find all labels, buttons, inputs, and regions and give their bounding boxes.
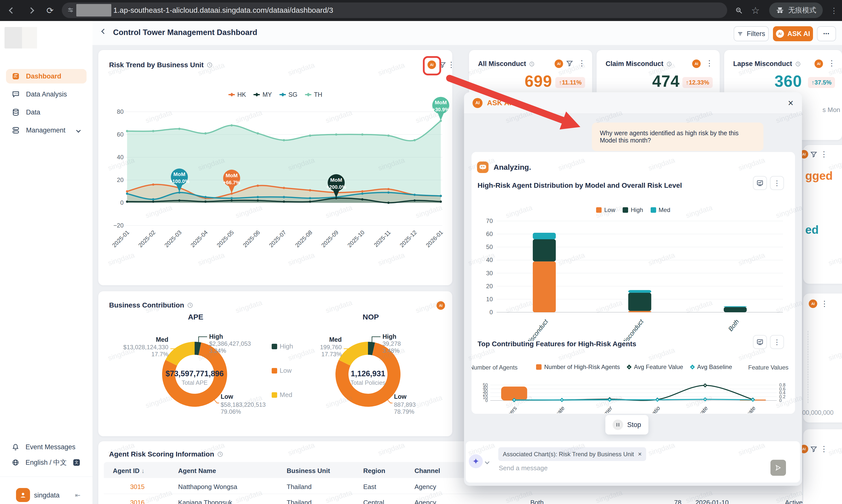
stop-button[interactable]: Stop [606,415,648,434]
svg-text:Claim Misconduct: Claim Misconduct [513,318,549,341]
svg-text:2025-10: 2025-10 [346,229,366,249]
legend-label: Avg Feature Value [634,363,683,371]
svg-text:50: 50 [486,244,493,250]
zoom-out-icon[interactable] [733,4,745,17]
svg-text:70: 70 [486,217,493,224]
card-kebab-icon[interactable]: ⋮ [820,150,828,158]
card-kebab-icon[interactable]: ⋮ [820,445,828,453]
cell-region: East [363,483,376,491]
legend-label: Avg Baseline [697,363,732,371]
svg-text:+100.0%: +100.0% [169,179,189,184]
chart-toggle-icon[interactable] [753,176,767,190]
send-button[interactable] [770,460,786,476]
col-header-label: Agent ID [113,467,140,474]
sidebar-item-dashboard[interactable]: Dashboard [6,69,87,84]
col-header-region[interactable]: Region [363,467,385,475]
browser-reload-icon[interactable]: ⟳ [44,4,56,17]
address-bar[interactable]: 1.ap-southeast-1-alicloud.dataai.singdat… [62,2,727,18]
section2-title: Top Contributing Features for High-Risk … [477,340,636,348]
chevron-down-icon [76,128,81,132]
sort-desc-icon[interactable]: ↓ [141,467,145,474]
svg-text:2025-12: 2025-12 [399,229,418,249]
message-input[interactable]: Send a message [499,464,548,472]
svg-text:0.8: 0.8 [779,382,786,388]
more-button[interactable]: ••• [817,26,836,41]
svg-text:aim_rate: aim_rate [690,405,709,413]
bookmark-star-icon[interactable]: ☆ [750,4,761,17]
cell-agent-id[interactable]: 3015 [105,483,145,491]
card-filter-icon[interactable] [810,151,817,158]
back-icon[interactable] [102,30,106,34]
svg-text:High: High [383,333,397,340]
avatar[interactable] [16,488,30,502]
browser-menu-icon[interactable]: ⋮ [828,4,840,17]
ask-ai-button[interactable]: AI ASK AI [773,26,813,41]
card-filter-icon[interactable] [566,60,573,68]
partial-card-bottom: AI ⋮ [803,429,842,504]
card-ai-icon[interactable]: AI [692,59,701,68]
ai-icon: AI [776,30,784,38]
section1-kebab-icon[interactable]: ⋮ [770,176,784,190]
analyzing-label: Analyzing. [493,163,531,172]
legend-item-bar: Number of High-Risk Agents [536,363,620,371]
model-avatar[interactable]: ✦ [469,454,483,468]
sidebar-item-label: English / 中文 [25,458,67,467]
card-ai-icon[interactable]: AI [814,59,823,68]
col-header-agent-name[interactable]: Agent Name [178,467,216,475]
col-header-agent-id[interactable]: Agent ID ↓ [105,467,145,475]
svg-text:17.7%: 17.7% [151,351,168,358]
svg-text:2025-05: 2025-05 [215,229,235,249]
cell-agent-id[interactable]: 3016 [105,499,145,504]
legend-label: Med [280,391,293,399]
col-header-business-unit[interactable]: Business Unit [287,467,330,475]
chart-toggle-icon[interactable] [753,335,767,349]
svg-text:Low: Low [221,393,233,400]
section2-kebab-icon[interactable]: ⋮ [770,335,784,349]
card-kebab-icon[interactable]: ⋮ [706,59,713,67]
card-kebab-icon[interactable]: ⋮ [821,300,828,307]
card-ai-icon[interactable]: AI [427,60,436,69]
kpi-value: 699 [514,72,552,90]
svg-text:60: 60 [486,231,493,237]
sidebar-item-label: Data Analysis [26,90,67,98]
agent-table-title: Agent Risk Scoring Information [109,450,214,458]
browser-forward-icon[interactable] [25,4,37,17]
kpi-value: 360 [765,72,802,90]
sidebar-item-language[interactable]: English / 中文文 [6,456,87,469]
svg-text:0: 0 [120,199,124,206]
agent-table-title-row: Agent Risk Scoring Information [109,450,223,458]
kpi-value: 474 [642,72,680,90]
legend-diamond [690,364,695,370]
collapse-sidebar-icon[interactable]: ⇤ [75,491,81,499]
svg-text:Med: Med [329,336,342,343]
col-header-channel[interactable]: Channel [415,467,440,475]
cell-business-unit: Thailand [287,483,312,491]
browser-back-icon[interactable] [6,4,18,17]
bell-icon [12,444,19,450]
globe-icon [12,459,19,466]
svg-text:50: 50 [483,382,488,388]
sidebar-item-data[interactable]: Data [6,105,87,120]
card-filter-icon[interactable] [439,61,446,69]
kpi-title-label: Claim Misconduct [606,60,663,68]
chip-remove-icon[interactable]: × [638,450,642,458]
kpi-delta-badge: ↑11.11% [555,77,585,88]
svg-text:40: 40 [486,256,493,263]
card-kebab-icon[interactable]: ⋮ [448,61,455,69]
card-filter-icon[interactable] [810,446,817,453]
card-ai-icon[interactable]: AI [809,300,817,308]
sidebar-item-data-analysis[interactable]: Data Analysis [6,87,87,102]
legend-item-high: High [271,342,293,350]
card-kebab-icon[interactable]: ⋮ [578,59,585,67]
svg-text:2025-08: 2025-08 [294,229,313,249]
svg-text:Both: Both [727,318,740,332]
legend-swatch [271,344,277,349]
filters-button[interactable]: Filters [734,26,769,41]
card-ai-icon[interactable]: AI [555,59,563,68]
svg-text:17.73%: 17.73% [321,351,342,358]
user-name: singdata [34,491,59,499]
sidebar-item-event-messages[interactable]: Event Messages [6,440,87,453]
close-icon[interactable]: × [788,98,793,108]
sidebar-item-management[interactable]: Management [6,123,87,138]
card-kebab-icon[interactable]: ⋮ [828,59,836,67]
